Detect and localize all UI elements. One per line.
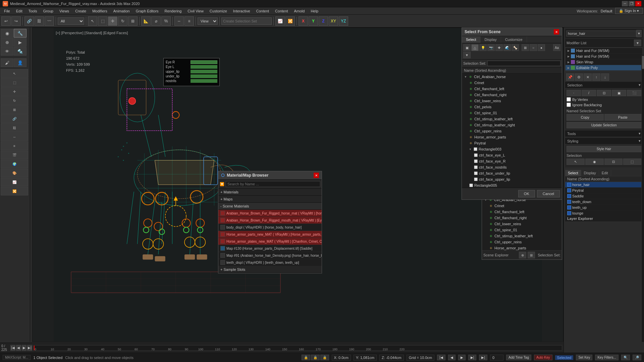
bottom-tab-select[interactable]: Select (565, 170, 581, 176)
next-frame-btn[interactable]: ▶| (27, 345, 32, 351)
menu-scripting[interactable]: Interactive (230, 8, 253, 14)
scene-materials-section[interactable]: - Scene Materials (218, 203, 322, 210)
curve-editor-button[interactable]: 📈 (275, 16, 285, 26)
tree-item-rectangle003[interactable]: ▼ ⬜ Rectangle003 (467, 146, 562, 152)
filter-btn[interactable]: ▼ (463, 52, 471, 58)
menu-create[interactable]: Create (72, 8, 89, 14)
border-mode-btn[interactable]: ⊡ (597, 90, 611, 96)
tree-item-horse-armor[interactable]: ⊕ Horse_armor_parts (467, 134, 562, 140)
materials-section[interactable]: + Materials (218, 189, 322, 196)
xy-plane-button[interactable]: XY (329, 16, 338, 26)
tree-item-face-eye-l[interactable]: ⬜ ctrl_face_eye_L (471, 152, 562, 158)
percent-snap-button[interactable]: % (161, 16, 171, 26)
mod-item-hair-fur-1[interactable]: ▶ Hair and Fur (WSM) (566, 48, 642, 54)
menu-file[interactable]: File (1, 8, 13, 14)
mat-item-7[interactable]: teeth_displ ( VRayHDRI ) [teeth_down, te… (218, 259, 322, 266)
tab-display[interactable]: Display (481, 36, 501, 43)
polygon-mode-btn[interactable]: ▣ (612, 90, 626, 96)
mat-item-4[interactable]: Horse_armor_plates_new_MAT ( VRayMtl ) [… (218, 238, 322, 245)
list-item-teeth-down[interactable]: teeth_down (565, 199, 643, 205)
key-filters-btn[interactable]: Key Filters... (595, 355, 619, 360)
dialog-close-button[interactable]: ✕ (554, 29, 559, 35)
tree-item-flanchard-right[interactable]: ⊕ Ctrl_flanchard_right (467, 92, 562, 98)
mat-item-2[interactable]: body_displ ( VRayHDRI ) [horse_body, hor… (218, 224, 322, 231)
close-button[interactable]: ✕ (635, 1, 641, 6)
lock-z-btn[interactable]: 🔒 (320, 355, 329, 360)
lt-material-btn[interactable]: 🎨 (1, 169, 28, 177)
sign-in-button[interactable]: 🔒 Sign In ▾ (615, 8, 643, 14)
lock-y-btn[interactable]: 🔒 (311, 355, 320, 360)
lights-btn[interactable]: 💡 (479, 44, 487, 51)
mini-btn2[interactable]: ⊞ (528, 252, 535, 258)
space-warps-btn[interactable]: 🌊 (503, 44, 511, 51)
undo-button[interactable]: ↩ (1, 16, 11, 26)
zoom-out-btn[interactable]: 🔎 (633, 355, 641, 360)
selection-section-header[interactable]: Selection ▾ (565, 82, 643, 88)
case-btn[interactable]: Aa (553, 44, 560, 51)
sel-icon-3[interactable]: ⊡ (604, 159, 623, 165)
schematic-view-button[interactable]: 🔀 (285, 16, 295, 26)
tree-item-ctrl-arabian-horse[interactable]: ▼ ⊕ Ctrl_Arabian_horse (462, 74, 562, 80)
sel-icon-2[interactable]: ◉ (585, 159, 603, 165)
go-start-status-btn[interactable]: |◀ (437, 355, 445, 360)
list-item-saddle[interactable]: Saddle (565, 193, 643, 199)
menu-modifiers[interactable]: Modifiers (90, 8, 110, 14)
lock-x-btn[interactable]: 🔒 (302, 355, 310, 360)
lt-move-btn[interactable]: ✛ (1, 87, 28, 96)
scene-tree[interactable]: ▼ ⊕ Ctrl_Arabian_horse ⊕ Crinet ⊕ Ctrl_f… (462, 74, 562, 188)
z-axis-button[interactable]: Z (319, 16, 328, 26)
all-geometry-btn[interactable]: ▣ (463, 44, 471, 51)
menu-content[interactable]: Content (272, 8, 291, 14)
list-item-horse-hair[interactable]: horse_hair (565, 182, 643, 188)
mat-item-6[interactable]: Map #91 (Arabian_horse_hair_Density.png)… (218, 252, 322, 259)
scale-button[interactable]: ⊞ (128, 16, 138, 26)
paste-button[interactable]: Paste (604, 114, 642, 121)
mini-item-flanchard-left[interactable]: ⊕ Ctrl_flanchard_left (487, 209, 562, 215)
lt-scale-btn[interactable]: ⊞ (1, 105, 28, 114)
select-move-button[interactable]: ✛ (108, 16, 117, 26)
selection-set-input[interactable] (221, 17, 272, 25)
tree-item-face-upper-lip[interactable]: ⬜ ctrl_face_upper_lip (471, 176, 562, 182)
mat-item-0[interactable]: Arabian_Horse_Brown_Fur_Rigged_horse_mat… (218, 210, 322, 217)
menu-arnold[interactable]: Arnold (291, 8, 308, 14)
prev-frame-btn[interactable]: ◀ (16, 345, 21, 351)
mod-item-skin-wrap[interactable]: ▶ Skin Wrap (566, 59, 642, 65)
tree-item-stirrup-left[interactable]: ⊕ Ctrl_stirrup_leather_left (467, 116, 562, 122)
lt-unlink-btn[interactable]: ⛓ (1, 123, 28, 132)
lt-region-btn[interactable]: ⬚ (1, 78, 28, 87)
redo-button[interactable]: ↪ (11, 16, 21, 26)
modify-icon[interactable]: 🔧 (14, 29, 26, 38)
mini-tree[interactable]: ▼ ⊕ Ctrl_Arabian_horse ⊕ Crinet ⊕ Ctrl_f… (482, 197, 562, 250)
scrollbar-thumb[interactable] (642, 56, 644, 69)
cameras-btn[interactable]: 📷 (487, 44, 495, 51)
mini-item-crinet[interactable]: ⊕ Crinet (487, 203, 562, 209)
menu-views[interactable]: Views (57, 8, 72, 14)
selection-set-field[interactable] (487, 61, 560, 66)
lt-render-btn[interactable]: 🎬 (1, 150, 28, 159)
tree-item-crinet[interactable]: ⊕ Crinet (467, 80, 562, 86)
mini-item-spine[interactable]: ⊕ Ctrl_spine_01 (487, 227, 562, 233)
select-region-button[interactable]: ⬚ (98, 16, 107, 26)
tab-customize[interactable]: Customize (501, 36, 527, 43)
yz-plane-button[interactable]: YZ (339, 16, 348, 26)
ok-button[interactable]: OK (518, 190, 535, 197)
selection-filter-dropdown[interactable]: All Geometry Shapes (58, 17, 84, 25)
tree-item-lower-reins[interactable]: ⊕ Ctrl_lower_reins (467, 98, 562, 104)
menu-edit[interactable]: Edit (13, 8, 25, 14)
lt-rotate-btn[interactable]: ↻ (1, 96, 28, 105)
set-key-btn[interactable]: Set Key (576, 355, 592, 360)
mod-item-hair-fur-2[interactable]: ▶ Hair and Fur (WSM) (566, 54, 642, 59)
mini-item-horse-armor[interactable]: ⊕ Horse_armor_parts (487, 245, 562, 250)
tree-item-stirrup-right[interactable]: ⊕ Ctrl_stirrup_leather_right (467, 122, 562, 128)
select-object-button[interactable]: ↖ (88, 16, 97, 26)
element-mode-btn[interactable]: ⬛ (627, 90, 641, 96)
menu-interactive[interactable]: Content (254, 8, 272, 14)
align-button[interactable]: ≡ (184, 16, 194, 26)
tree-item-spine[interactable]: ⊕ Ctrl_spine_01 (467, 110, 562, 116)
style-hair-btn[interactable]: Style Hair (567, 146, 641, 152)
list-item-peytral[interactable]: Peytral (565, 188, 643, 193)
copy-button[interactable]: Copy (567, 114, 604, 121)
all-btn[interactable]: ● (538, 44, 545, 51)
by-vertex-check[interactable] (567, 97, 571, 102)
lt-select-btn[interactable]: ↖ (1, 69, 28, 78)
